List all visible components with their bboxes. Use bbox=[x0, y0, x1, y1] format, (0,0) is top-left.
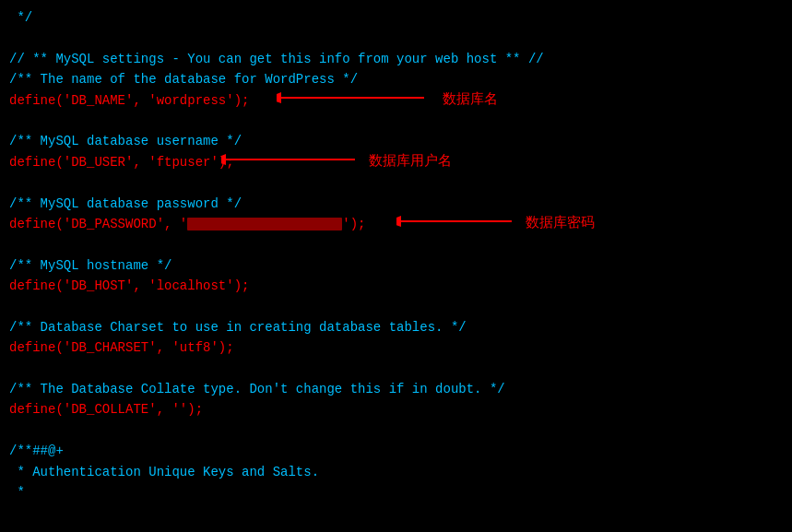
dbpassword-arrow bbox=[396, 212, 521, 231]
code-line-dbcharset-comment: /** Database Charset to use in creating … bbox=[9, 317, 783, 337]
code-line-authkeys-comment1: /**##@+ bbox=[9, 441, 783, 461]
define-dbhost-key: define('DB_HOST', 'localhost'); bbox=[9, 278, 249, 293]
dbuser-arrow bbox=[221, 150, 364, 169]
define-dbpassword-key: define('DB_PASSWORD', ' '); bbox=[9, 217, 365, 231]
define-dbcollate-key: define('DB_COLLATE', ''); bbox=[9, 402, 203, 417]
redacted-password bbox=[187, 218, 342, 231]
code-line-empty-7 bbox=[9, 420, 783, 441]
code-line-dbpassword-comment: /** MySQL database password */ bbox=[9, 194, 783, 214]
code-line-dbhost-define: define('DB_HOST', 'localhost'); bbox=[9, 276, 783, 296]
define-dbname-key: define('DB_NAME', 'wordpress'); bbox=[9, 93, 249, 108]
dbname-arrow bbox=[277, 89, 433, 107]
dbpassword-annotation: 数据库密码 bbox=[526, 214, 595, 231]
code-line-mysql-settings: // ** MySQL settings - You can get this … bbox=[9, 49, 783, 69]
code-line-dbcollate-comment: /** The Database Collate type. Don't cha… bbox=[9, 379, 783, 399]
code-line-empty-6 bbox=[9, 359, 783, 379]
code-line-dbcollate-define: define('DB_COLLATE', ''); bbox=[9, 399, 783, 420]
define-dbuser-key: define('DB_USER', 'ftpuser'); bbox=[9, 155, 234, 170]
dbname-annotation: 数据库名 bbox=[443, 90, 498, 108]
define-dbcharset-key: define('DB_CHARSET', 'utf8'); bbox=[9, 340, 234, 355]
code-line-empty-2 bbox=[9, 111, 783, 131]
code-line-empty-3 bbox=[9, 172, 783, 193]
code-line-empty-4 bbox=[9, 234, 783, 254]
code-line-empty-1 bbox=[9, 28, 783, 48]
code-line-dbhost-comment: /** MySQL hostname */ bbox=[9, 255, 783, 276]
code-line-authkeys-comment3: * bbox=[9, 482, 783, 502]
code-line-dbuser-comment: /** MySQL database username */ bbox=[9, 131, 783, 151]
code-line-dbcharset-define: define('DB_CHARSET', 'utf8'); bbox=[9, 337, 783, 358]
code-line-dbname-comment: /** The name of the database for WordPre… bbox=[9, 69, 783, 89]
code-line-empty-5 bbox=[9, 296, 783, 316]
code-line-authkeys-comment2: * Authentication Unique Keys and Salts. bbox=[9, 462, 783, 482]
code-line-1: */ bbox=[9, 7, 783, 28]
dbuser-annotation: 数据库用户名 bbox=[369, 152, 452, 170]
code-editor: */ // ** MySQL settings - You can get th… bbox=[0, 0, 792, 510]
